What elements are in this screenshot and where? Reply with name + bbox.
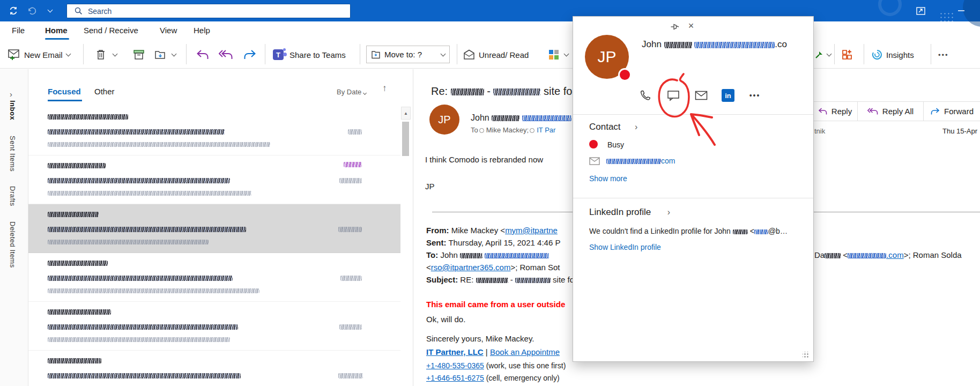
insights-button[interactable]: Insights: [872, 46, 914, 64]
email-icon[interactable]: [692, 87, 710, 103]
cell-phone-link[interactable]: +1-646-651-6275: [426, 374, 484, 382]
show-linkedin-profile-link[interactable]: Show LinkedIn profile: [589, 243, 661, 251]
send-receive-sync-icon[interactable]: [8, 5, 19, 17]
list-item[interactable]: [28, 155, 400, 204]
work-phone-link[interactable]: +1-480-535-0365: [426, 361, 484, 370]
card-email-envelope-icon: [589, 157, 600, 165]
close-card-icon[interactable]: ×: [684, 18, 699, 34]
rail-item-sent-items[interactable]: Sent Items: [9, 136, 17, 172]
sort-direction-icon[interactable]: ↑: [382, 83, 387, 94]
book-appointment-link[interactable]: Book an Appointme: [490, 347, 560, 357]
body-line-1: I think Comodo is rebranded now: [425, 155, 543, 164]
tab-other[interactable]: Other: [94, 87, 115, 96]
ribbon-separator: [864, 44, 864, 64]
presence-ring-icon: [479, 128, 484, 133]
list-scrollbar-thumb[interactable]: [402, 122, 409, 156]
contact-section-header[interactable]: Contact ›: [589, 122, 637, 132]
from-email-link[interactable]: mym@itpartne: [505, 226, 558, 235]
menu-home-underline: [45, 38, 69, 40]
forward-button-icon-only[interactable]: [243, 46, 256, 64]
teams-icon: T: [273, 48, 286, 61]
redacted-sender: [48, 261, 108, 266]
to-recipients-line: ToMike Mackey;IT Par: [471, 126, 573, 134]
sender-avatar[interactable]: JP: [429, 105, 459, 135]
show-more-link[interactable]: Show more: [589, 174, 627, 183]
minimize-icon[interactable]: [955, 5, 967, 17]
pop-out-window-icon[interactable]: [915, 5, 926, 17]
ribbon-separator: [834, 44, 835, 64]
reply-all-button-icon-only[interactable]: [219, 46, 233, 64]
list-scroll-up-button[interactable]: ▲: [401, 107, 411, 120]
sender-name-line: John: [471, 113, 573, 123]
new-email-button[interactable]: New Email: [8, 46, 70, 64]
categorize-icon: [549, 50, 559, 60]
quick-access-chevron-icon[interactable]: [44, 5, 56, 17]
busy-status-dot: [589, 140, 598, 149]
redacted-subject: [48, 373, 241, 378]
new-email-label: New Email: [24, 50, 63, 60]
menu-home[interactable]: Home: [45, 26, 68, 35]
ribbon-separator: [931, 44, 931, 64]
message-actions: Reply Reply All Forward: [813, 101, 980, 121]
redacted-date: [340, 276, 362, 281]
rso-email-link[interactable]: rso@itpartner365.com: [431, 263, 511, 272]
redacted-sender: [48, 163, 106, 168]
list-item[interactable]: [28, 302, 400, 351]
menu-bar: File Home Send / Receive View Help: [0, 21, 980, 41]
more-commands-button[interactable]: •••: [938, 46, 949, 64]
recipient-email-link[interactable]: .com: [886, 250, 904, 259]
menu-file[interactable]: File: [12, 26, 25, 35]
rail-item-drafts[interactable]: Drafts: [9, 186, 17, 206]
linkedin-icon[interactable]: in: [719, 87, 737, 103]
message-date: Thu 15-Apr: [942, 127, 977, 135]
reply-all-button[interactable]: Reply All: [858, 102, 924, 121]
list-item[interactable]: [28, 351, 400, 386]
share-to-teams-button[interactable]: T Share to Teams: [273, 46, 346, 64]
forward-button[interactable]: Forward: [924, 102, 980, 121]
rail-item-inbox[interactable]: Inbox: [9, 100, 17, 120]
linkedin-section-header[interactable]: LinkedIn profile ›: [589, 207, 670, 218]
follow-up-button-partial[interactable]: [815, 46, 831, 64]
reply-button[interactable]: Reply: [813, 102, 858, 121]
redacted-subject: [48, 129, 225, 135]
delete-button[interactable]: [95, 46, 117, 64]
chat-icon[interactable]: [664, 87, 682, 103]
more-options-icon[interactable]: •••: [746, 87, 764, 103]
title-bar: Search: [0, 0, 980, 21]
unread-read-button[interactable]: Unread/ Read: [463, 46, 529, 64]
it-partner-link[interactable]: IT Partner, LLC: [426, 347, 484, 357]
list-item[interactable]: [28, 253, 400, 302]
reply-button-icon-only[interactable]: [196, 46, 209, 64]
linkedin-section-chevron: ›: [667, 207, 670, 217]
list-item-selected[interactable]: [28, 204, 400, 253]
external-sender-warning: This email came from a user outside: [426, 300, 576, 309]
pin-card-icon[interactable]: [667, 19, 682, 35]
card-email-address[interactable]: com: [606, 157, 675, 165]
get-add-ins-button[interactable]: [842, 46, 852, 64]
sort-by-date-dropdown[interactable]: By Date: [337, 88, 366, 96]
expand-rail-chevron[interactable]: ›: [10, 90, 12, 99]
tab-focused[interactable]: Focused: [48, 87, 81, 96]
rail-item-deleted-items[interactable]: Deleted Items: [9, 221, 17, 268]
list-item[interactable]: [28, 107, 400, 155]
presence-ring-icon: [530, 128, 534, 133]
move-to-combobox[interactable]: Move to: ?: [366, 46, 450, 63]
card-divider: [573, 198, 813, 198]
call-icon[interactable]: [636, 87, 655, 103]
undo-icon[interactable]: [26, 5, 38, 17]
move-button[interactable]: [154, 46, 176, 64]
quoted-to-line-continuation: Da <.com>; Roman Solda: [814, 250, 962, 259]
titlebar-decoration-circle: [878, 0, 902, 16]
menu-help[interactable]: Help: [194, 26, 210, 35]
menu-view[interactable]: View: [160, 26, 177, 35]
search-input[interactable]: Search: [66, 4, 351, 18]
card-resize-grip[interactable]: [803, 352, 809, 358]
linkedin-not-found-message: We couldn't find a LinkedIn profile for …: [589, 227, 807, 235]
archive-button[interactable]: [133, 46, 145, 64]
redacted-subject: [48, 178, 230, 183]
categorize-button[interactable]: [549, 46, 568, 64]
signature-line: Sincerely yours, Mike Mackey.: [426, 334, 534, 343]
open-envelope-icon: [463, 49, 475, 60]
outlook-window: Search File Home Send / Receive View Hel…: [0, 0, 980, 386]
menu-send-receive[interactable]: Send / Receive: [84, 26, 138, 35]
